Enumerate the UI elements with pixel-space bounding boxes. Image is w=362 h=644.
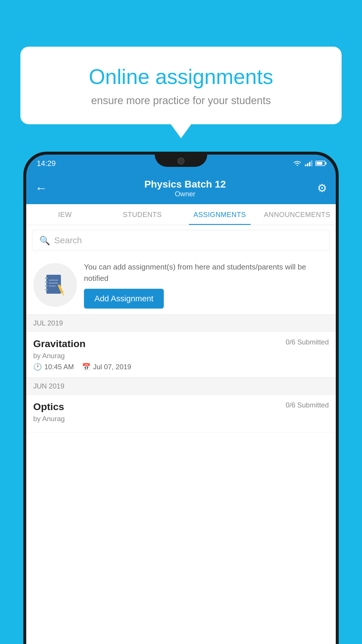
promo-content: You can add assignment(s) from here and … [84,261,329,309]
svg-rect-5 [45,278,48,279]
tab-announcements[interactable]: ANNOUNCEMENTS [259,204,336,225]
front-camera [178,158,184,164]
search-placeholder: Search [54,235,82,245]
add-assignment-button[interactable]: Add Assignment [84,289,164,309]
assignment-submitted-gravitation: 0/6 Submitted [286,338,329,346]
add-assignment-promo: You can add assignment(s) from here and … [26,256,336,315]
promo-text: You can add assignment(s) from here and … [84,261,329,284]
svg-rect-0 [305,164,306,166]
assignment-name-optics: Optics [33,401,64,412]
svg-rect-8 [45,289,48,290]
assignment-date-gravitation: 📅 Jul 07, 2019 [82,363,131,371]
assignment-top-optics: Optics 0/6 Submitted [33,401,329,412]
phone-notch [155,155,207,167]
screen-content: 🔍 Search [26,225,336,644]
search-icon: 🔍 [39,235,50,246]
svg-rect-2 [309,162,310,166]
assignment-meta-gravitation: 🕐 10:45 AM 📅 Jul 07, 2019 [33,363,329,371]
back-button[interactable]: ← [35,181,47,195]
promo-icon-circle [33,263,77,307]
speech-bubble-subtitle: ensure more practice for your students [41,94,321,107]
tab-assignments[interactable]: ASSIGNMENTS [181,204,259,225]
search-bar[interactable]: 🔍 Search [32,230,330,251]
assignment-item-optics[interactable]: Optics 0/6 Submitted by Anurag [26,395,336,433]
phone-frame: 14:29 [23,152,339,644]
tab-students[interactable]: STUDENTS [104,204,181,225]
signal-icon [305,160,312,166]
assignment-top: Gravitation 0/6 Submitted [33,338,329,349]
svg-rect-6 [45,281,48,283]
svg-rect-11 [49,286,56,286]
section-header-jun: JUN 2019 [26,378,336,395]
speech-bubble-wrapper: Online assignments ensure more practice … [20,47,342,124]
status-time: 14:29 [37,159,56,168]
app-header: ← Physics Batch 12 Owner ⚙ [26,172,336,204]
calendar-icon: 📅 [82,363,91,371]
owner-label: Owner [53,190,317,198]
svg-rect-4 [46,275,61,294]
notebook-icon [43,273,67,297]
status-icons [293,160,325,167]
svg-rect-1 [307,163,308,166]
tab-iew[interactable]: IEW [26,204,104,225]
clock-icon: 🕐 [33,363,42,371]
svg-rect-9 [49,280,58,281]
svg-rect-3 [311,160,312,166]
tab-bar: IEW STUDENTS ASSIGNMENTS ANNOUNCEMENTS [26,204,336,225]
section-header-jul: JUL 2019 [26,315,336,332]
assignment-time-gravitation: 🕐 10:45 AM [33,363,74,371]
batch-title: Physics Batch 12 [53,178,317,190]
assignment-name-gravitation: Gravitation [33,338,85,349]
speech-bubble: Online assignments ensure more practice … [20,47,342,124]
assignment-by-gravitation: by Anurag [33,352,329,360]
phone-inner: 14:29 [26,155,336,644]
svg-rect-10 [49,283,58,284]
assignment-item-gravitation[interactable]: Gravitation 0/6 Submitted by Anurag 🕐 10… [26,332,336,378]
battery-icon [315,161,325,166]
settings-button[interactable]: ⚙ [317,182,327,195]
svg-rect-7 [45,285,48,286]
assignment-submitted-optics: 0/6 Submitted [286,401,329,409]
svg-marker-13 [62,293,65,297]
assignment-by-optics: by Anurag [33,415,329,423]
wifi-icon [293,160,302,167]
speech-bubble-title: Online assignments [41,64,321,89]
header-center: Physics Batch 12 Owner [53,178,317,198]
